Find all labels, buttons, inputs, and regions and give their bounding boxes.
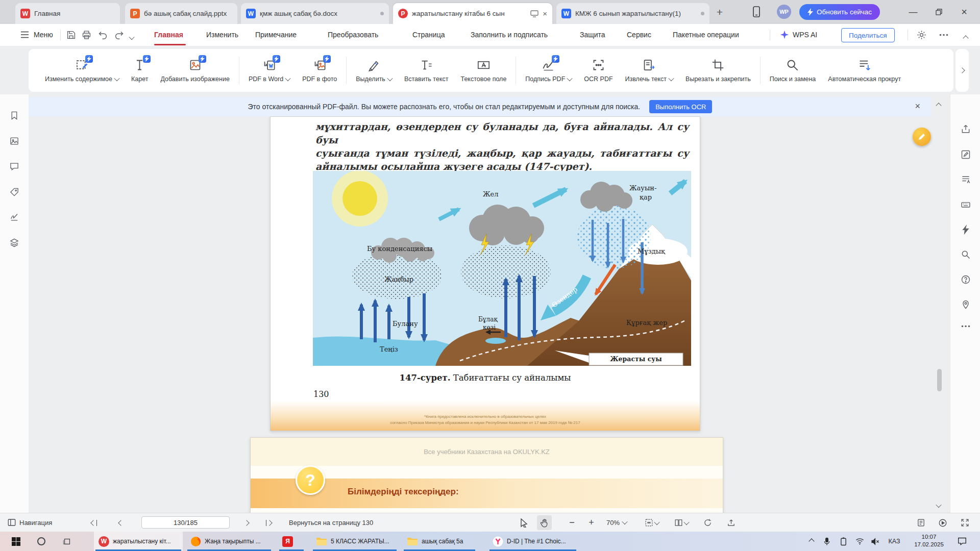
search-panel-icon[interactable] [961, 249, 971, 260]
zoom-level-dropdown[interactable]: 70% [606, 513, 627, 532]
wifi-icon[interactable] [852, 532, 867, 551]
sign-pdf-button[interactable]: Подпись PDF [519, 58, 578, 83]
scroll-down-icon[interactable] [937, 500, 941, 510]
menu-tab-edit[interactable]: Изменить [206, 24, 238, 45]
menu-tab-comment[interactable]: Примечание [255, 24, 297, 45]
clock[interactable]: 10:07 17.02.2025 [908, 533, 950, 548]
thumbnail-panel-button[interactable] [914, 515, 928, 530]
ribbon-expand-button[interactable] [955, 49, 969, 92]
layers-icon[interactable] [10, 238, 19, 247]
share-upload-button[interactable] [724, 515, 739, 530]
next-page-button[interactable] [239, 515, 254, 530]
tab-document[interactable]: W қмж ашық сабақ бә.docx [241, 3, 389, 24]
menu-tab-convert[interactable]: Преобразовать [328, 24, 378, 45]
taskbar-app-wps[interactable]: W жаратылыстану кіт... [94, 532, 183, 551]
taskbar-app-did[interactable]: D-ID | The #1 Choic... [488, 532, 578, 551]
monitor-icon[interactable] [530, 10, 538, 17]
bookmark-icon[interactable] [10, 111, 19, 120]
text-box-button[interactable]: Текстовое поле [454, 58, 512, 83]
document-viewport[interactable]: мұхиттардан, өзендерден су буланады да, … [29, 94, 950, 513]
taskbar-app-firefox[interactable]: Жаңа тақырыпты ... [186, 532, 273, 551]
menu-tab-fill-sign[interactable]: Заполнить и подписать [471, 24, 548, 45]
user-avatar[interactable]: WP [777, 5, 791, 19]
help-icon[interactable] [961, 274, 971, 285]
play-presentation-button[interactable] [935, 515, 950, 530]
insert-text-button[interactable]: Вставить текст [398, 58, 455, 83]
menu-tab-protect[interactable]: Защита [580, 24, 605, 45]
share-button[interactable]: Поделиться [841, 28, 895, 42]
hand-tool-button[interactable] [537, 515, 552, 530]
print-icon[interactable] [82, 30, 91, 40]
annotate-pen-icon[interactable] [961, 149, 971, 160]
find-replace-button[interactable]: Поиск и замена [764, 58, 822, 83]
add-image-button[interactable]: Добавить изображение [154, 58, 235, 83]
pdf-to-word-button[interactable]: PDF в Word [242, 58, 296, 83]
wps-ai-button[interactable]: WPS AI [780, 24, 817, 45]
tag-icon[interactable] [10, 187, 19, 197]
minimize-button[interactable]: — [902, 0, 924, 24]
menu-tab-tools[interactable]: Сервис [627, 24, 651, 45]
caret-button[interactable]: Карет [125, 58, 154, 83]
microphone-icon[interactable] [820, 532, 834, 551]
action-center-icon[interactable] [953, 532, 971, 551]
tray-expand-icon[interactable] [804, 532, 819, 551]
battery-icon[interactable] [836, 532, 850, 551]
task-view-button[interactable] [57, 532, 77, 551]
close-window-button[interactable]: × [953, 0, 975, 24]
undo-icon[interactable] [98, 30, 108, 40]
crop-pin-button[interactable]: Вырезать и закрепить [679, 58, 757, 83]
update-now-button[interactable]: Обновить сейчас [799, 4, 880, 20]
taskbar-app-folder-2[interactable]: ашық сабақ 5а [402, 532, 477, 551]
map-pin-icon[interactable] [961, 299, 971, 310]
tab-presentation[interactable]: P бә ашық сабақ слайд.pptx [125, 3, 237, 24]
run-ocr-button[interactable]: Выполнить OCR [649, 100, 712, 113]
export-share-icon[interactable] [961, 124, 971, 134]
fullscreen-button[interactable] [958, 515, 972, 530]
zoom-out-button[interactable]: − [565, 515, 579, 530]
taskbar-app-folder-1[interactable]: 5 КЛАСС ЖАРАТЫ... [311, 532, 398, 551]
menu-tab-batch[interactable]: Пакетные операции [673, 24, 739, 45]
taskbar-app-yandex[interactable]: Я [278, 532, 305, 551]
zoom-in-button[interactable]: + [584, 515, 599, 530]
auto-scroll-button[interactable]: Автоматическая прокрут [822, 58, 907, 83]
start-button[interactable] [6, 532, 26, 551]
signature-panel-icon[interactable] [10, 212, 19, 222]
tab-pdf-active[interactable]: P жаратылыстану кітабы 6 сын × [393, 3, 552, 24]
redo-icon[interactable] [114, 30, 124, 40]
cursor-tool-button[interactable] [517, 515, 531, 530]
fit-page-dropdown[interactable] [641, 515, 663, 530]
pdf-to-photo-button[interactable]: PDF в фото [296, 58, 343, 83]
page-number-input[interactable] [141, 516, 230, 529]
settings-gear-icon[interactable] [917, 30, 926, 40]
back-to-page-link[interactable]: Вернуться на страницу 130 [289, 513, 373, 532]
vertical-scrollbar-thumb[interactable] [937, 369, 942, 391]
history-dropdown-icon[interactable] [130, 33, 134, 42]
close-notice-icon[interactable]: × [915, 101, 920, 112]
navigation-toggle[interactable]: Навигация [7, 513, 52, 532]
restore-button[interactable] [928, 0, 949, 24]
comment-panel-icon[interactable] [10, 162, 19, 171]
menu-tab-page[interactable]: Страница [412, 24, 445, 45]
scroll-up-icon[interactable] [937, 101, 941, 110]
highlight-button[interactable]: Выделить [350, 58, 398, 83]
collapse-ribbon-icon[interactable] [964, 33, 968, 42]
menu-tab-home[interactable]: Главная [154, 24, 183, 45]
more-tools-icon[interactable] [961, 325, 970, 328]
cortana-button[interactable] [32, 532, 51, 551]
text-tools-icon[interactable] [961, 174, 971, 185]
main-menu-button[interactable]: Меню [20, 24, 53, 45]
first-page-button[interactable] [87, 515, 102, 530]
language-indicator[interactable]: КАЗ [884, 532, 904, 551]
tab-document-2[interactable]: W КМЖ 6 сынып жаратылыстану(1) [556, 3, 709, 24]
ocr-pdf-button[interactable]: OCR PDF [578, 58, 619, 83]
more-options-icon[interactable] [939, 34, 948, 36]
quick-tools-icon[interactable] [961, 224, 970, 235]
save-icon[interactable] [66, 30, 76, 40]
image-panel-icon[interactable] [10, 136, 19, 146]
new-tab-button[interactable]: + [713, 5, 727, 19]
extract-text-button[interactable]: Извлечь текст [619, 58, 680, 83]
page-layout-dropdown[interactable] [671, 515, 692, 530]
close-tab-icon[interactable]: × [543, 9, 547, 18]
last-page-button[interactable] [261, 515, 276, 530]
prev-page-button[interactable] [113, 515, 128, 530]
